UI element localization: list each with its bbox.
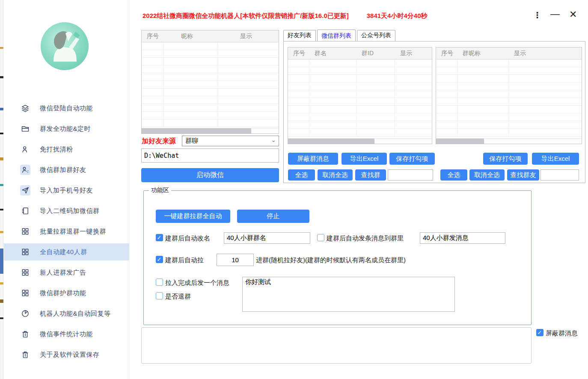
table-row[interactable] xyxy=(142,81,279,89)
folder-icon xyxy=(20,124,30,134)
table-row[interactable] xyxy=(142,42,279,50)
tab-wechat-group-list[interactable]: 微信群列表 xyxy=(317,30,356,41)
sidebar-item-label: 机器人功能&自动回复等 xyxy=(40,310,111,318)
member-save-checked-button[interactable]: 保存打勾项 xyxy=(483,153,528,165)
table-cell xyxy=(395,59,432,67)
table-cell xyxy=(356,90,395,98)
table-row[interactable] xyxy=(142,50,279,58)
table-row[interactable] xyxy=(142,96,279,104)
scrollbar-thumb[interactable] xyxy=(288,139,374,144)
log-output-box[interactable] xyxy=(141,327,532,364)
table-cell xyxy=(509,106,582,113)
group-name-input[interactable] xyxy=(224,232,310,244)
stop-button[interactable]: 停止 xyxy=(237,210,309,223)
unselect-all-button[interactable]: 取消全选 xyxy=(318,169,353,181)
block-group-msg-button[interactable]: 屏蔽群消息 xyxy=(288,153,338,165)
export-excel-button[interactable]: 导出Excel xyxy=(342,153,387,165)
table-row[interactable] xyxy=(288,98,432,106)
table-row[interactable] xyxy=(436,67,582,75)
auto-build-group-button[interactable]: 一键建群拉群全自动 xyxy=(156,210,230,223)
table-row[interactable] xyxy=(436,113,582,121)
wechat-path-input[interactable] xyxy=(141,148,279,163)
minimize-icon[interactable]: — xyxy=(550,9,560,20)
sidebar-item-event-stats[interactable]: 微信事件统计功能 xyxy=(4,326,129,343)
find-group-input[interactable] xyxy=(388,169,433,181)
table-row[interactable] xyxy=(288,59,432,67)
horizontal-scrollbar[interactable] xyxy=(142,128,279,133)
sidebar-item-auto-build-40-group[interactable]: 全自动建40人群 xyxy=(4,243,129,261)
sidebar-item-add-group-friends[interactable]: 微信群加群好友 xyxy=(4,161,129,178)
table-cell xyxy=(356,67,395,75)
table-row[interactable] xyxy=(436,121,582,129)
table-row[interactable] xyxy=(288,121,432,129)
table-row[interactable] xyxy=(142,65,279,73)
table-cell xyxy=(288,129,309,136)
table-row[interactable] xyxy=(142,73,279,81)
table-row[interactable] xyxy=(288,106,432,113)
member-unselect-all-button[interactable]: 取消全选 xyxy=(469,169,505,181)
close-icon[interactable]: ✕ xyxy=(569,9,577,20)
find-member-button[interactable]: 查找群友 xyxy=(507,169,539,181)
sidebar-item-wechat-login[interactable]: 微信登陆自动功能 xyxy=(4,100,129,117)
pull-message-textarea[interactable]: 你好测试 xyxy=(242,277,455,312)
send-after-create-checkbox[interactable] xyxy=(317,234,324,241)
friend-source-select[interactable]: 群聊 ⌄ xyxy=(182,136,279,146)
table-row[interactable] xyxy=(142,104,279,112)
sidebar-item-about-settings[interactable]: 关于及软件设置保存 xyxy=(4,346,129,363)
group-message-input[interactable] xyxy=(420,232,505,244)
table-row[interactable] xyxy=(436,83,582,90)
sidebar-item-newcomer-ads[interactable]: 新人进群发广告 xyxy=(4,264,129,281)
footer-block-msg-checkbox[interactable] xyxy=(536,329,543,336)
tab-friend-list[interactable]: 好友列表 xyxy=(283,30,316,41)
table-row[interactable] xyxy=(288,129,432,136)
table-row[interactable] xyxy=(288,90,432,98)
sidebar-item-import-qrcode-groups[interactable]: 导入二维码加微信群 xyxy=(4,202,129,219)
sidebar-item-clean-fans[interactable]: 免打扰清粉 xyxy=(4,141,129,158)
desktop-edge-fragment xyxy=(0,47,3,49)
msg-after-pull-checkbox[interactable] xyxy=(156,278,163,286)
pull-count-input[interactable] xyxy=(217,254,254,266)
desktop-edge-fragment xyxy=(0,133,3,134)
find-group-button[interactable]: 查找群 xyxy=(355,169,386,181)
member-export-excel-button[interactable]: 导出Excel xyxy=(532,153,579,165)
table-row[interactable] xyxy=(436,59,582,67)
table-row[interactable] xyxy=(288,83,432,90)
table-row[interactable] xyxy=(288,67,432,75)
table-row[interactable] xyxy=(142,89,279,96)
find-member-input[interactable] xyxy=(540,169,579,181)
table-row[interactable] xyxy=(436,129,582,136)
rename-checkbox[interactable] xyxy=(156,234,163,241)
scrollbar-thumb[interactable] xyxy=(436,139,484,144)
horizontal-scrollbar[interactable] xyxy=(436,138,582,144)
table-row[interactable] xyxy=(436,75,582,83)
table-row[interactable] xyxy=(288,113,432,121)
sidebar-item-group-protect[interactable]: 微信群护群功能 xyxy=(4,284,129,302)
table-row[interactable] xyxy=(142,58,279,65)
member-select-all-button[interactable]: 全选 xyxy=(440,169,467,181)
table-cell xyxy=(395,113,432,121)
sidebar-item-label: 全自动建40人群 xyxy=(40,248,87,256)
table-row[interactable] xyxy=(436,106,582,113)
sidebar-item-robot-autoreply[interactable]: 机器人功能&自动回复等 xyxy=(4,305,129,322)
select-all-button[interactable]: 全选 xyxy=(288,169,315,181)
sidebar-item-import-phone-friends[interactable]: 导入加手机号好友 xyxy=(4,182,129,199)
menu-dots-icon[interactable]: ⋮ xyxy=(533,10,541,20)
table-row[interactable] xyxy=(142,112,279,119)
table-row[interactable] xyxy=(142,119,279,127)
save-checked-button[interactable]: 保存打勾项 xyxy=(389,153,435,165)
scrollbar-thumb[interactable] xyxy=(142,128,251,133)
sidebar-item-label: 免打扰清粉 xyxy=(40,145,73,154)
table-row[interactable] xyxy=(436,98,582,106)
table-row[interactable] xyxy=(436,90,582,98)
horizontal-scrollbar[interactable] xyxy=(288,138,432,144)
table-cell xyxy=(509,98,582,106)
table-row[interactable] xyxy=(288,75,432,83)
tab-official-account-list[interactable]: 公众号列表 xyxy=(357,30,395,41)
auto-pull-checkbox[interactable] xyxy=(156,256,163,263)
quit-group-checkbox[interactable] xyxy=(156,292,163,299)
start-wechat-button[interactable]: 启动微信 xyxy=(141,168,279,182)
sidebar-item-batch-pull-quit[interactable]: 批量拉群退群一键换群 xyxy=(4,223,129,240)
table-cell xyxy=(142,42,164,50)
sidebar-item-mass-send[interactable]: 群发全功能&定时 xyxy=(4,120,129,137)
table-cell xyxy=(218,73,279,81)
